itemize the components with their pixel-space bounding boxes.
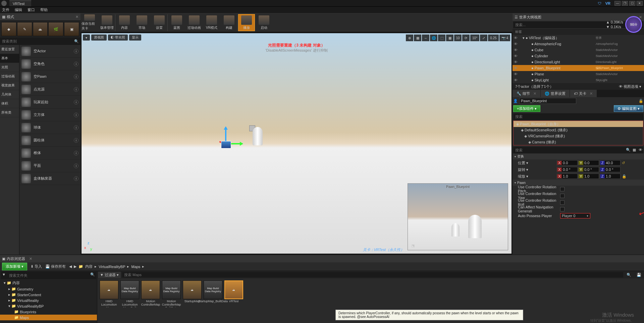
tool-播放[interactable]: 播放 — [238, 14, 255, 31]
save-all-button[interactable]: 💾 保存所有 — [45, 264, 66, 269]
checkbox[interactable] — [560, 194, 565, 198]
tree-item[interactable]: ▾📁内容 — [0, 280, 97, 286]
info-icon[interactable]: i — [74, 100, 78, 105]
info-icon[interactable]: i — [74, 176, 78, 181]
outliner-row[interactable]: 👁● PlaneStaticMeshActor — [513, 71, 644, 77]
vp-perspective[interactable]: 透视图 — [91, 35, 107, 41]
restore-button[interactable]: ❐ — [622, 1, 628, 6]
pin-icon[interactable]: ⬔ — [411, 244, 415, 248]
tree-item[interactable]: ▾📁VirtualRealityBP — [0, 303, 97, 309]
back-button[interactable]: ◀ — [69, 264, 72, 269]
details-search[interactable]: 🔍 ▦ 👁 — [513, 147, 643, 153]
mode-paint-icon[interactable]: ✎ — [17, 22, 32, 36]
component-row[interactable]: ◈ Camera (继承) — [514, 139, 643, 145]
outliner-row[interactable]: 👁● SkyLightSkyLight — [513, 77, 644, 83]
cat-volumes[interactable]: 体积 — [0, 99, 19, 108]
modes-tab[interactable]: ▦ 模式 ✕ — [0, 13, 80, 21]
vr-badge[interactable]: VR — [603, 1, 613, 5]
actor-item[interactable]: 立方体i — [19, 109, 80, 121]
cat-all[interactable]: 所有类 — [0, 108, 19, 117]
edit-blueprint-button[interactable]: ⚙ 编辑蓝图 ▾ — [614, 105, 643, 112]
lock-icon[interactable]: 🔓 — [639, 99, 643, 103]
tree-item[interactable]: 📁Blueprints — [0, 309, 97, 315]
vp-tool[interactable]: ▦ — [414, 35, 421, 41]
info-icon[interactable]: i — [74, 74, 78, 79]
visibility-icon[interactable]: 👁 — [514, 48, 519, 52]
folder-search[interactable]: ▼ 🔍 — [1, 272, 96, 279]
visibility-icon[interactable]: 👁 — [514, 42, 519, 46]
actor-item[interactable]: 球体i — [19, 121, 80, 134]
asset-item[interactable]: ⛰HMD Locomotion Map — [99, 280, 119, 307]
visibility-icon[interactable]: 👁 — [514, 66, 519, 70]
menu-file[interactable]: 文件 — [2, 7, 9, 12]
cylinder-mesh[interactable] — [253, 127, 263, 145]
tree-item[interactable]: ▸📁Geometry — [0, 286, 97, 292]
component-search[interactable] — [513, 113, 643, 120]
lock-scale-icon[interactable]: 🔒 — [622, 174, 627, 179]
asset-item[interactable]: Map Build Data RegistryMotion Controller… — [162, 280, 181, 307]
auto-possess-dropdown[interactable]: Player 0 ▼ — [560, 213, 590, 218]
minimize-button[interactable]: — — [614, 1, 621, 6]
rotation-z[interactable]: Z0.0 ° — [600, 167, 621, 172]
details-search-input[interactable] — [513, 147, 625, 153]
outliner-row[interactable]: 👁● CubeStaticMeshActor — [513, 47, 644, 53]
actor-item[interactable]: 盒体触发器i — [19, 172, 80, 185]
filter-icon[interactable]: ▼ — [1, 272, 7, 279]
component-row[interactable]: ◈ DefaultSceneRoot1 (继承) — [514, 127, 643, 133]
asset-item[interactable]: ⛰VRTest — [224, 280, 244, 307]
crumb-vrbp[interactable]: VirtualRealityBP — [99, 265, 125, 269]
vp-tool[interactable]: ⊕ — [406, 35, 413, 41]
checkbox[interactable] — [560, 200, 565, 205]
mode-landscape-icon[interactable]: ⛰ — [33, 22, 48, 36]
filters-button[interactable]: ▼ 过滤器 ▾ — [98, 272, 121, 278]
transform-gizmo[interactable] — [212, 127, 239, 154]
visibility-icon[interactable]: 👁 — [514, 72, 519, 76]
tree-item[interactable]: ▸📁VirtualReality — [0, 298, 97, 303]
scale-label[interactable]: 缩放 ▾ — [515, 174, 555, 179]
vp-tool[interactable]: ↔ — [422, 35, 429, 41]
rotation-x[interactable]: X0.0 ° — [557, 167, 578, 172]
vp-tool[interactable]: 📷 4 — [499, 35, 510, 41]
info-icon[interactable]: i — [74, 113, 78, 117]
tool-蓝图[interactable]: 蓝图 — [168, 14, 185, 31]
close-icon[interactable]: ✕ — [75, 15, 78, 19]
category-search[interactable]: 🔍 — [0, 38, 80, 45]
cat-visual[interactable]: 视觉效果 — [0, 81, 19, 90]
checkbox[interactable] — [560, 207, 565, 211]
reset-icon[interactable]: ↺ — [622, 161, 625, 165]
outliner-row[interactable]: 👁● CylinderStaticMeshActor — [513, 53, 644, 59]
asset-item[interactable]: ⛰Motion ControllerMap — [141, 280, 160, 307]
info-icon[interactable]: i — [74, 125, 78, 130]
tool-过场动画[interactable]: 过场动画 — [186, 14, 203, 31]
vp-tool[interactable]: ⤢ — [480, 35, 487, 41]
section-transform[interactable]: 变换 — [513, 153, 644, 159]
forward-button[interactable]: ▶ — [74, 264, 76, 269]
checkbox[interactable] — [560, 187, 565, 191]
outliner-row[interactable]: 👁● AtmosphericFogAtmosphericFog — [513, 41, 644, 47]
location-z[interactable]: Z40.0 — [600, 160, 621, 166]
project-tab[interactable]: VRTest — [9, 0, 31, 6]
scale-x[interactable]: X1.0 — [557, 174, 578, 179]
add-component-button[interactable]: +添加组件 ▾ — [513, 105, 540, 112]
cat-geometry[interactable]: 几何体 — [0, 90, 19, 99]
add-new-button[interactable]: 添加新项 ▾ — [2, 263, 27, 270]
actor-item[interactable]: 圆柱体i — [19, 134, 80, 147]
tool-内容[interactable]: 内容 — [116, 14, 133, 31]
visibility-icon[interactable]: 👁 — [514, 60, 519, 64]
tool-构建[interactable]: 构建 — [221, 14, 237, 31]
info-icon[interactable]: i — [74, 151, 78, 155]
component-row[interactable]: ◈ Pawn_Blueprint（自身） — [514, 121, 643, 127]
mode-geometry-icon[interactable]: ▣ — [64, 22, 79, 36]
maximize-button[interactable]: ☐ — [629, 1, 635, 6]
actor-item[interactable]: 椎体i — [19, 147, 80, 159]
location-x[interactable]: X0.0 — [557, 160, 578, 166]
info-icon[interactable]: i — [74, 62, 78, 66]
matrix-icon[interactable]: ▦ — [631, 147, 637, 153]
vp-tool[interactable]: ▦ — [446, 35, 453, 41]
import-button[interactable]: ⬇ 导入 — [31, 264, 42, 269]
vp-tool[interactable]: 10 — [454, 35, 462, 41]
tree-item[interactable]: 📁Maps — [0, 315, 97, 320]
actor-item[interactable]: 空角色i — [19, 58, 80, 70]
outliner-row[interactable]: 👁● Pawn_Blueprint编辑Pawn_Blueprint — [513, 65, 644, 71]
cat-recent[interactable]: 最近放置 — [0, 45, 19, 54]
